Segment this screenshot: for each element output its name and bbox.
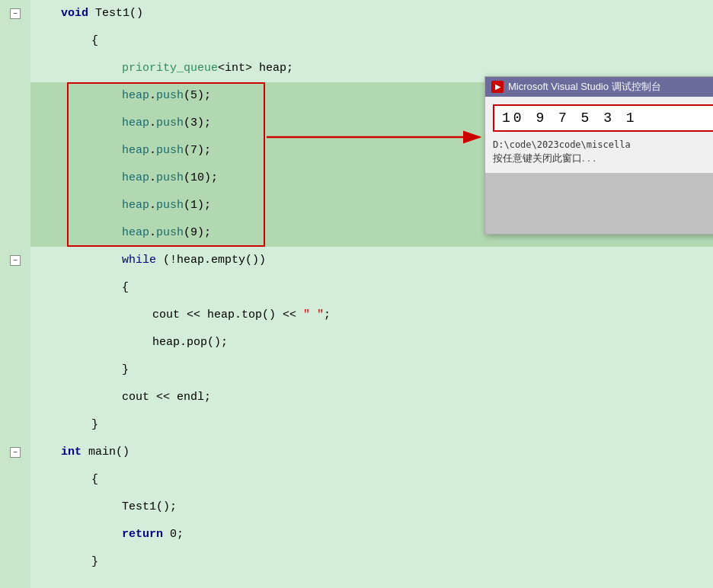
- gutter-line-4: [0, 82, 30, 110]
- token: }: [91, 411, 98, 439]
- fold-icon-10[interactable]: −: [10, 255, 21, 266]
- token: ;: [324, 302, 331, 329]
- gutter-line-7: [0, 165, 30, 192]
- gutter-line-18: [0, 466, 30, 494]
- token: }: [91, 548, 98, 576]
- gutter-line-19: [0, 494, 30, 521]
- token: while: [122, 247, 156, 274]
- token: push: [156, 110, 184, 137]
- gutter-line-10[interactable]: −: [0, 247, 30, 274]
- token: push: [156, 219, 184, 247]
- gutter-line-21: [0, 548, 30, 576]
- token: (!heap.empty()): [156, 247, 266, 274]
- fold-icon-1[interactable]: −: [10, 8, 21, 19]
- token: {: [122, 274, 129, 302]
- code-line-17: int main(): [30, 439, 713, 466]
- main-container: − − − void Test1: [0, 0, 713, 588]
- vs-debugconsole-popup: ▶ Microsoft Visual Studio 调试控制台 10 9 7 5…: [484, 76, 713, 235]
- gutter-line-17[interactable]: −: [0, 439, 30, 466]
- code-line-2: {: [30, 27, 713, 55]
- vs-titlebar: ▶ Microsoft Visual Studio 调试控制台: [485, 77, 713, 97]
- token: heap: [122, 219, 149, 247]
- token: push: [156, 137, 184, 165]
- token: {: [91, 466, 98, 494]
- token: heap: [122, 137, 149, 165]
- vs-path: D:\code\2023code\miscella: [485, 136, 713, 150]
- token: <int>: [218, 55, 259, 82]
- token: Test1();: [122, 494, 177, 521]
- token: main(): [88, 439, 129, 466]
- code-line-13: heap.pop();: [30, 329, 713, 356]
- code-line-10: while (!heap.empty()): [30, 247, 713, 274]
- code-line-11: {: [30, 274, 713, 302]
- fold-icon-17[interactable]: −: [10, 447, 21, 458]
- token: .: [149, 219, 156, 247]
- vs-title-text: Microsoft Visual Studio 调试控制台: [508, 80, 661, 94]
- token: }: [122, 356, 129, 384]
- code-area: void Test1() { priority_queue<int> heap;…: [30, 0, 713, 588]
- token: (7);: [184, 137, 211, 165]
- token: heap: [122, 165, 149, 192]
- vs-icon: ▶: [491, 81, 504, 93]
- code-gutter: − − −: [0, 0, 30, 588]
- token: (3);: [184, 110, 211, 137]
- gutter-line-20: [0, 521, 30, 548]
- token: .: [149, 82, 156, 110]
- token: int: [61, 439, 88, 466]
- gutter-line-13: [0, 329, 30, 356]
- token: push: [156, 82, 184, 110]
- code-line-12: cout << heap.top() << " ";: [30, 302, 713, 329]
- gutter-line-15: [0, 384, 30, 411]
- code-line-21: }: [30, 548, 713, 576]
- token: void: [61, 0, 95, 27]
- token: .: [149, 192, 156, 219]
- gutter-line-9: [0, 219, 30, 247]
- vs-output: 10 9 7 5 3 1: [493, 104, 713, 132]
- gutter-line-6: [0, 137, 30, 165]
- token: 0;: [170, 521, 184, 548]
- code-line-20: return 0;: [30, 521, 713, 548]
- token: cout << heap.top() <<: [152, 302, 303, 329]
- gutter-line-5: [0, 110, 30, 137]
- gutter-line-8: [0, 192, 30, 219]
- token: .: [149, 137, 156, 165]
- token: heap: [122, 192, 149, 219]
- gutter-line-16: [0, 411, 30, 439]
- token: priority_queue: [122, 55, 218, 82]
- vs-close-msg: 按任意键关闭此窗口. . .: [485, 150, 713, 173]
- gutter-line-3: [0, 55, 30, 82]
- token: Test1(): [95, 0, 143, 27]
- token: heap.pop();: [152, 329, 228, 356]
- code-line-18: {: [30, 466, 713, 494]
- code-line-14: }: [30, 356, 713, 384]
- token: heap: [122, 110, 149, 137]
- gutter-line-14: [0, 356, 30, 384]
- vs-bottom-area: [485, 173, 713, 234]
- token: heap: [122, 82, 149, 110]
- token: (9);: [184, 219, 211, 247]
- gutter-line-11: [0, 274, 30, 302]
- code-line-19: Test1();: [30, 494, 713, 521]
- token: (10);: [184, 165, 218, 192]
- token: return: [122, 521, 170, 548]
- token: .: [149, 165, 156, 192]
- token: .: [149, 110, 156, 137]
- code-line-15: cout << endl;: [30, 384, 713, 411]
- token: heap;: [259, 55, 293, 82]
- token: (1);: [184, 192, 211, 219]
- gutter-line-2: [0, 27, 30, 55]
- token: cout << endl;: [122, 384, 211, 411]
- code-line-16: }: [30, 411, 713, 439]
- gutter-line-12: [0, 302, 30, 329]
- token: " ": [303, 302, 324, 329]
- token: push: [156, 165, 184, 192]
- code-line-1: void Test1(): [30, 0, 713, 27]
- token: {: [91, 27, 98, 55]
- token: push: [156, 192, 184, 219]
- token: (5);: [184, 82, 211, 110]
- gutter-line-1[interactable]: −: [0, 0, 30, 27]
